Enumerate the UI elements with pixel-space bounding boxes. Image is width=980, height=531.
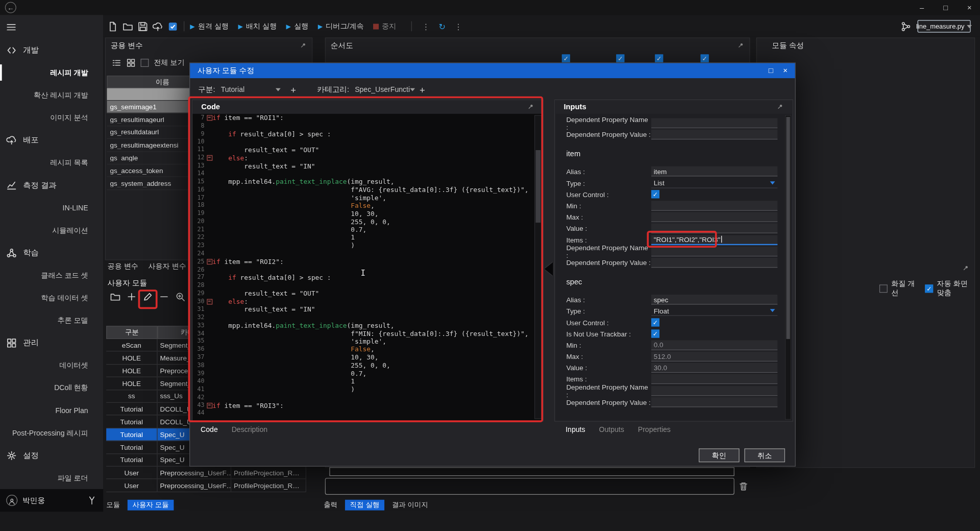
bottom-mid-tab[interactable]: 출력	[324, 500, 337, 510]
new-file-icon[interactable]	[108, 21, 118, 32]
user-bar[interactable]: 박민웅	[0, 489, 103, 512]
sidebar-item-2[interactable]: 확산 레시피 개발	[0, 84, 103, 106]
menu-icon[interactable]	[6, 22, 17, 33]
bottom-mid-tab[interactable]: 결과 이미지	[392, 500, 428, 510]
sidebar-item-14[interactable]: 데이터셋	[0, 354, 103, 376]
trash-icon[interactable]	[738, 481, 749, 492]
save-icon[interactable]	[137, 21, 148, 32]
sidebar-item-0[interactable]: 개발	[0, 39, 103, 61]
variable-tab[interactable]: 공용 변수	[108, 261, 138, 271]
toolbar-run-4[interactable]: 중지	[373, 21, 396, 31]
field-input[interactable]	[651, 246, 777, 256]
inputs-tab[interactable]: Inputs	[566, 426, 585, 433]
field-checkbox[interactable]: ✓	[651, 319, 659, 327]
show-all-checkbox[interactable]	[141, 59, 149, 67]
sidebar-item-17[interactable]: Post-Processing 레시피	[0, 422, 103, 444]
remove-icon[interactable]	[159, 292, 169, 302]
bottom-mid-tab[interactable]: 직접 실행	[345, 500, 384, 511]
validate-icon[interactable]	[167, 21, 178, 32]
ok-button[interactable]: 확인	[699, 448, 740, 462]
sidebar-item-18[interactable]: 설정	[0, 444, 103, 467]
field-input[interactable]	[651, 130, 777, 140]
field-select[interactable]: Float	[651, 306, 777, 316]
dialog-close-button[interactable]: ×	[783, 66, 788, 75]
open-folder-icon[interactable]	[122, 21, 133, 32]
flowchart-option-checkbox[interactable]: ✓	[701, 55, 709, 63]
sidebar-item-19[interactable]: 파일 로더	[0, 467, 103, 489]
field-input[interactable]	[651, 374, 777, 384]
field-input[interactable]	[651, 385, 777, 396]
pin-icon[interactable]	[527, 103, 534, 111]
more-vert-icon[interactable]: ⋮	[422, 21, 430, 31]
collapse-panel-arrow[interactable]	[545, 262, 553, 276]
field-input[interactable]	[651, 224, 777, 234]
field-input[interactable]	[651, 258, 777, 268]
field-checkbox[interactable]: ✓	[651, 190, 659, 199]
edit-pencil-icon[interactable]	[142, 292, 153, 302]
list-view-icon[interactable]	[112, 58, 121, 67]
toolbar-run-1[interactable]: ▶배치 실행	[238, 21, 277, 31]
toolbar-run-2[interactable]: ▶실행	[286, 21, 309, 31]
field-input[interactable]: 0.0	[651, 340, 777, 350]
gubun-select[interactable]: Tutorial	[221, 86, 281, 93]
inputs-tab[interactable]: Outputs	[599, 426, 624, 433]
bottom-left-tab[interactable]: 모듈	[106, 500, 120, 510]
category-add-button[interactable]: +	[418, 84, 428, 95]
field-select[interactable]: List	[651, 178, 777, 188]
scrollbar-thumb[interactable]	[535, 150, 541, 223]
restart-icon[interactable]: ↻	[439, 21, 446, 31]
dialog-title-bar[interactable]: 사용자 모듈 수정 □ ×	[190, 63, 795, 78]
add-icon[interactable]	[126, 292, 137, 302]
field-input[interactable]: 512.0	[651, 352, 777, 362]
close-button[interactable]: ×	[965, 3, 974, 12]
sidebar-item-12[interactable]: 추론 모델	[0, 309, 103, 331]
sidebar-item-13[interactable]: 관리	[0, 331, 103, 354]
field-checkbox[interactable]: ✓	[651, 330, 659, 338]
folder-icon[interactable]	[110, 292, 121, 302]
more-vert-icon[interactable]: ⋮	[454, 21, 462, 31]
field-input[interactable]	[651, 397, 777, 407]
pin-icon[interactable]	[776, 103, 784, 111]
image-quality-checkbox[interactable]	[879, 284, 888, 293]
field-input[interactable]: item	[651, 166, 777, 177]
upload-icon[interactable]	[153, 21, 163, 32]
pin-icon[interactable]	[962, 263, 970, 271]
pin-icon[interactable]	[300, 42, 307, 50]
sidebar-item-1[interactable]: 레시피 개발	[0, 61, 103, 84]
flowchart-option-checkbox[interactable]: ✓	[655, 55, 663, 63]
field-input[interactable]: "ROI1","ROI2","ROI3"	[651, 235, 777, 245]
table-row[interactable]: UserPreprocessing_UserF…ProfileProjectio…	[106, 467, 306, 479]
sidebar-item-5[interactable]: 레시피 목록	[0, 151, 103, 174]
flowchart-option-checkbox[interactable]: ✓	[616, 55, 624, 63]
sidebar-item-8[interactable]: 시뮬레이션	[0, 219, 103, 242]
sidebar-item-10[interactable]: 클래스 코드 셋	[0, 264, 103, 286]
sidebar-item-3[interactable]: 이미지 분석	[0, 106, 103, 129]
pin-icon[interactable]	[737, 42, 745, 50]
field-input[interactable]	[651, 118, 777, 129]
code-scrollbar[interactable]	[534, 115, 542, 419]
module-tree-icon[interactable]	[901, 21, 912, 32]
cancel-button[interactable]: 취소	[744, 448, 785, 462]
module-file-select[interactable]: line_measure.py	[918, 20, 971, 33]
sidebar-item-16[interactable]: Floor Plan	[0, 399, 103, 422]
inputs-tab[interactable]: Properties	[638, 426, 671, 433]
field-input[interactable]: spec	[651, 295, 777, 305]
sidebar-item-4[interactable]: 배포	[0, 129, 103, 151]
sidebar-item-7[interactable]: IN-LINE	[0, 197, 103, 219]
dialog-maximize-button[interactable]: □	[769, 66, 773, 75]
sidebar-item-6[interactable]: 측정 결과	[0, 174, 103, 197]
inputs-scrollbar[interactable]	[785, 115, 791, 420]
code-tab[interactable]: Description	[232, 426, 267, 433]
table-row[interactable]: UserPreprocessing_UserF…ProfileProjectio…	[106, 479, 306, 492]
variable-tab[interactable]: 사용자 변수	[148, 261, 186, 271]
toolbar-run-3[interactable]: ▶디버그/계속	[318, 21, 364, 31]
maximize-button[interactable]: □	[941, 3, 950, 12]
category-select[interactable]: Spec_UserFuncti	[355, 86, 410, 93]
auto-fit-checkbox[interactable]: ✓	[925, 284, 933, 293]
back-button[interactable]: ←	[5, 2, 16, 13]
code-tab[interactable]: Code	[201, 426, 218, 433]
bottom-left-tab[interactable]: 사용자 모듈	[128, 500, 174, 511]
code-editor[interactable]: 7if item == "ROI1":89 if result_data[0] …	[192, 114, 533, 421]
device-connection-icon[interactable]	[87, 495, 97, 505]
gubun-add-button[interactable]: +	[288, 84, 299, 95]
